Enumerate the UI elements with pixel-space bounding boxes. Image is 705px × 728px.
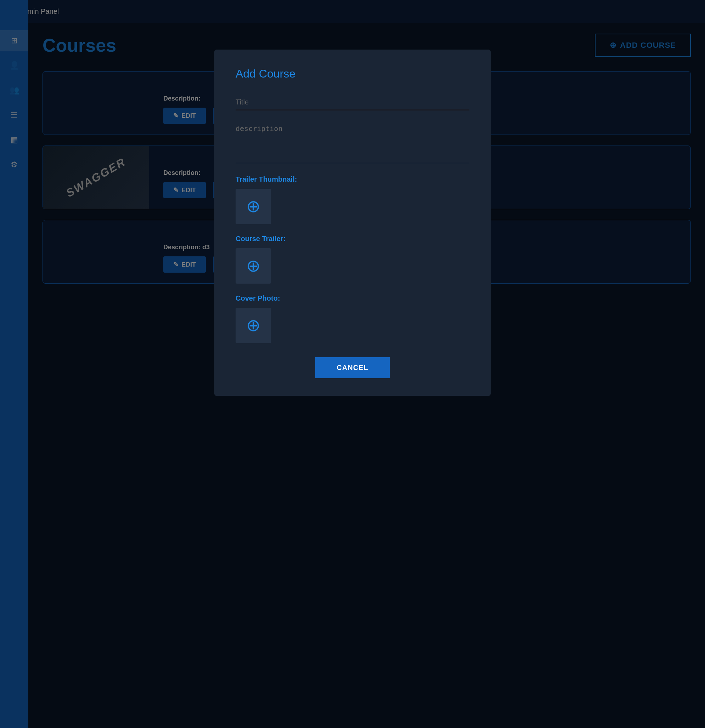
title-field bbox=[236, 95, 469, 110]
trailer-thumbnail-upload[interactable]: ⊕ bbox=[236, 189, 271, 224]
upload-plus-icon: ⊕ bbox=[246, 257, 261, 274]
upload-plus-icon: ⊕ bbox=[246, 317, 261, 334]
description-field bbox=[236, 121, 469, 165]
course-trailer-label: Course Trailer: bbox=[236, 235, 469, 243]
cover-photo-section: Cover Photo: ⊕ bbox=[236, 294, 469, 343]
modal-overlay: Add Course Trailer Thumbnail: ⊕ Course T… bbox=[0, 0, 705, 728]
cover-photo-upload[interactable]: ⊕ bbox=[236, 308, 271, 343]
description-textarea[interactable] bbox=[236, 121, 469, 163]
modal-footer: CANCEL bbox=[236, 357, 469, 378]
trailer-thumbnail-section: Trailer Thumbnail: ⊕ bbox=[236, 175, 469, 224]
trailer-thumbnail-label: Trailer Thumbnail: bbox=[236, 175, 469, 183]
modal-title: Add Course bbox=[236, 67, 469, 80]
course-trailer-section: Course Trailer: ⊕ bbox=[236, 235, 469, 284]
title-input[interactable] bbox=[236, 95, 469, 110]
upload-plus-icon: ⊕ bbox=[246, 198, 261, 215]
cancel-button[interactable]: CANCEL bbox=[315, 357, 389, 378]
add-course-modal: Add Course Trailer Thumbnail: ⊕ Course T… bbox=[214, 49, 491, 396]
course-trailer-upload[interactable]: ⊕ bbox=[236, 248, 271, 284]
cover-photo-label: Cover Photo: bbox=[236, 294, 469, 302]
